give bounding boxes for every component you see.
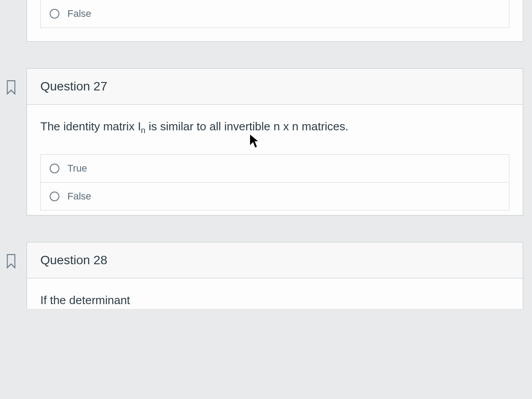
radio-unchecked-icon[interactable] bbox=[50, 9, 59, 19]
option-label: False bbox=[67, 8, 91, 20]
bookmark-icon bbox=[5, 80, 17, 95]
question-27-prompt: The identity matrix In is similar to all… bbox=[40, 118, 509, 137]
prompt-text-pre: The identity matrix I bbox=[40, 120, 141, 133]
question-28-prompt-partial: If the determinant bbox=[40, 292, 509, 309]
question-27-card: Question 27 The identity matrix In is si… bbox=[27, 68, 523, 215]
previous-question-option-false[interactable]: False bbox=[41, 0, 509, 27]
previous-question-options: False bbox=[40, 0, 509, 28]
option-label: True bbox=[67, 163, 87, 174]
question-27-option-false[interactable]: False bbox=[41, 183, 509, 210]
question-27-options: True False bbox=[40, 154, 509, 211]
prompt-text-post: is similar to all invertible n x n matri… bbox=[145, 120, 348, 133]
question-27-option-true[interactable]: True bbox=[41, 155, 509, 183]
option-label: False bbox=[67, 191, 91, 202]
bookmark-toggle-q27[interactable] bbox=[5, 79, 17, 95]
question-28-header: Question 28 bbox=[27, 243, 523, 278]
radio-unchecked-icon[interactable] bbox=[50, 164, 59, 173]
previous-question-card-tail: False bbox=[27, 0, 523, 42]
question-28-body: If the determinant bbox=[27, 278, 523, 309]
prompt-subscript: n bbox=[141, 126, 145, 135]
question-28-card: Question 28 If the determinant bbox=[27, 242, 523, 309]
bookmark-toggle-q28[interactable] bbox=[5, 253, 17, 269]
question-27-body: The identity matrix In is similar to all… bbox=[27, 105, 523, 215]
bookmark-icon bbox=[5, 254, 17, 269]
question-27-header: Question 27 bbox=[27, 69, 523, 105]
quiz-page: False Question 27 The identity matrix In… bbox=[0, 0, 532, 309]
radio-unchecked-icon[interactable] bbox=[50, 192, 59, 201]
